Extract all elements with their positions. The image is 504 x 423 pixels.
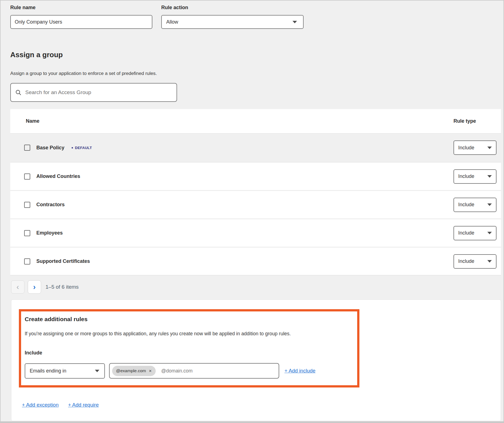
default-badge: DEFAULT — [72, 146, 92, 150]
group-name: Base Policy — [36, 145, 64, 151]
email-chip-value: @example.com — [116, 368, 146, 373]
include-label: Include — [25, 350, 352, 356]
row-checkbox[interactable] — [24, 145, 30, 151]
chevron-down-icon — [487, 260, 492, 263]
highlight-annotation-box: Create additional rules If you're assign… — [19, 309, 359, 387]
search-icon — [15, 89, 21, 95]
add-exception-link[interactable]: + Add exception — [22, 402, 59, 408]
bullet-icon — [72, 147, 73, 148]
close-icon[interactable]: ✕ — [149, 369, 152, 373]
rule-action-value: Allow — [166, 19, 178, 25]
column-header-name: Name — [10, 118, 453, 124]
add-require-link[interactable]: + Add require — [68, 402, 99, 408]
pagination-summary: 1–5 of 6 items — [46, 284, 79, 290]
row-checkbox[interactable] — [24, 258, 30, 265]
group-name: Employees — [36, 230, 63, 236]
chevron-down-icon — [293, 21, 297, 23]
rule-name-label: Rule name — [10, 5, 152, 11]
email-chip: @example.com ✕ — [112, 366, 156, 376]
table-header: Name Rule type — [10, 109, 501, 134]
group-name: Contractors — [36, 202, 65, 208]
access-rule-page: Rule name Rule action Allow Assign a gro… — [0, 0, 504, 423]
table-row: Supported Certificates Include — [10, 247, 501, 275]
chevron-down-icon — [487, 147, 492, 149]
chevron-right-icon: › — [33, 283, 36, 291]
rule-action-label: Rule action — [161, 5, 304, 11]
rule-form: Rule name Rule action Allow — [10, 5, 503, 29]
row-checkbox[interactable] — [24, 173, 30, 180]
chevron-down-icon — [487, 175, 492, 178]
rule-type-select[interactable]: Include — [453, 198, 497, 212]
row-checkbox[interactable] — [24, 230, 30, 236]
chevron-down-icon — [487, 232, 492, 234]
group-name: Supported Certificates — [36, 258, 90, 264]
table-row: Contractors Include — [10, 190, 501, 218]
access-group-search — [10, 83, 177, 102]
assign-group-heading: Assign a group — [10, 51, 503, 59]
next-page-button[interactable]: › — [28, 280, 41, 294]
table-row: Employees Include — [10, 218, 501, 247]
table-row: Allowed Countries Include — [10, 162, 501, 190]
rule-type-select[interactable]: Include — [453, 254, 497, 269]
assign-group-description: Assign a group to your application to en… — [10, 71, 503, 76]
previous-page-button[interactable]: ‹ — [11, 280, 24, 294]
rule-action-select[interactable]: Allow — [161, 15, 304, 29]
rule-type-select[interactable]: Include — [453, 169, 497, 184]
additional-rules-card: Create additional rules If you're assign… — [11, 299, 501, 421]
chevron-left-icon: ‹ — [16, 283, 19, 291]
search-input[interactable] — [25, 89, 170, 95]
rule-type-select[interactable]: Include — [453, 226, 497, 240]
email-domains-field: @example.com ✕ — [109, 363, 279, 379]
access-group-table: Name Rule type Base Policy DEFAULT Inclu… — [10, 109, 501, 275]
pagination: ‹ › 1–5 of 6 items — [11, 280, 503, 294]
rule-type-select[interactable]: Include — [453, 140, 497, 155]
row-checkbox[interactable] — [24, 202, 30, 208]
additional-rules-description: If you're assigning one or more groups t… — [25, 331, 352, 337]
footer-links: + Add exception + Add require — [22, 402, 501, 408]
add-include-link[interactable]: + Add include — [284, 368, 316, 374]
rule-name-input[interactable] — [10, 15, 152, 29]
group-name: Allowed Countries — [36, 173, 80, 179]
chevron-down-icon — [487, 203, 492, 206]
table-row: Base Policy DEFAULT Include — [10, 134, 501, 162]
condition-value: Emails ending in — [30, 368, 66, 374]
column-header-rule-type: Rule type — [453, 118, 501, 124]
additional-rules-heading: Create additional rules — [25, 316, 352, 323]
include-rule-row: Emails ending in @example.com ✕ + Add in… — [25, 363, 352, 379]
chevron-down-icon — [95, 370, 99, 372]
condition-select[interactable]: Emails ending in — [25, 363, 105, 379]
email-domain-input[interactable] — [161, 368, 261, 374]
